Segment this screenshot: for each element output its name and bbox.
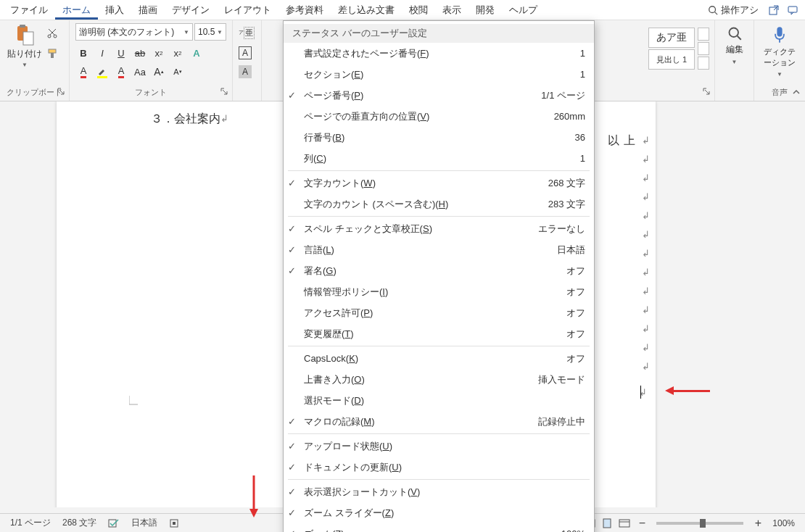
- tell-me-search[interactable]: 操作アシ: [702, 4, 764, 17]
- context-item[interactable]: ✓ドキュメントの更新(U): [284, 457, 594, 478]
- menu-レイアウト[interactable]: レイアウト: [217, 1, 278, 20]
- context-item[interactable]: 文字のカウント (スペース含む)(H)283 文字: [284, 194, 594, 215]
- shading-button[interactable]: A: [239, 65, 252, 78]
- bold-button[interactable]: B: [75, 45, 91, 61]
- menu-挿入[interactable]: 挿入: [98, 1, 131, 20]
- zoom-slider[interactable]: [656, 522, 743, 525]
- context-item[interactable]: ✓表示選択ショートカット(V): [284, 481, 594, 502]
- cut-button[interactable]: [46, 28, 58, 39]
- view-print-layout[interactable]: [598, 516, 616, 531]
- check-icon: ✓: [288, 507, 296, 518]
- menu-ファイル[interactable]: ファイル: [3, 1, 55, 20]
- shrink-font-button[interactable]: A▾: [170, 64, 186, 80]
- collapse-ribbon-button[interactable]: [792, 88, 801, 96]
- paragraph-mark-icon: ↲: [642, 304, 650, 315]
- menu-デザイン[interactable]: デザイン: [165, 1, 217, 20]
- context-item-value: 挿入モード: [538, 373, 585, 386]
- view-web-layout[interactable]: [616, 516, 633, 531]
- context-item[interactable]: 行番号(B)36: [284, 127, 594, 148]
- context-item[interactable]: 列(C)1: [284, 148, 594, 169]
- status-page[interactable]: 1/1 ページ: [4, 517, 57, 529]
- highlight-button[interactable]: [94, 64, 110, 80]
- context-item[interactable]: ✓ズーム スライダー(Z): [284, 502, 594, 523]
- grow-font-button[interactable]: A▴: [151, 64, 167, 80]
- paragraph-mark-icon: ↲: [642, 191, 650, 202]
- comments-button[interactable]: [783, 1, 802, 19]
- svg-point-7: [48, 35, 51, 38]
- zoom-in-button[interactable]: +: [749, 516, 767, 531]
- clipboard-launcher[interactable]: [57, 88, 66, 96]
- menu-校閲[interactable]: 校閲: [402, 1, 435, 20]
- context-item[interactable]: アクセス許可(P)オフ: [284, 302, 594, 323]
- menu-開発[interactable]: 開発: [468, 1, 502, 20]
- superscript-button[interactable]: x2: [170, 45, 186, 61]
- paste-button[interactable]: 貼り付け ▼: [6, 23, 44, 68]
- context-item-label: 書式設定されたページ番号(F): [304, 47, 580, 60]
- context-item[interactable]: セクション(E)1: [284, 64, 594, 85]
- italic-button[interactable]: I: [94, 45, 110, 61]
- context-item[interactable]: CapsLock(K)オフ: [284, 348, 594, 369]
- paragraph-mark-icon: ↲: [642, 248, 650, 259]
- strikethrough-button[interactable]: ab: [132, 45, 148, 61]
- underline-button[interactable]: U: [113, 45, 129, 61]
- font-color-button[interactable]: A: [75, 64, 91, 80]
- styles-down[interactable]: [698, 42, 709, 55]
- character-border-button[interactable]: A: [239, 46, 252, 59]
- status-zoom[interactable]: 100%: [767, 518, 801, 528]
- context-item-value: 36: [575, 132, 585, 143]
- zoom-out-button[interactable]: −: [633, 516, 651, 531]
- menu-差し込み文書[interactable]: 差し込み文書: [331, 1, 402, 20]
- style-heading1[interactable]: 見出し 1: [648, 49, 695, 70]
- context-item[interactable]: ✓言語(L)日本語: [284, 239, 594, 260]
- styles-up[interactable]: [698, 28, 709, 41]
- statusbar-context-menu: ステータス バーのユーザー設定 書式設定されたページ番号(F)1セクション(E)…: [283, 20, 595, 532]
- format-painter-button[interactable]: [46, 48, 58, 59]
- phonetic-guide-button[interactable]: ア 亜: [239, 25, 255, 41]
- context-item-label: アップロード状態(U): [304, 440, 585, 453]
- subscript-button[interactable]: x2: [151, 45, 167, 61]
- menu-ヘルプ[interactable]: ヘルプ: [502, 1, 545, 20]
- styles-launcher[interactable]: [703, 88, 711, 96]
- check-icon: ✓: [288, 265, 296, 276]
- svg-point-0: [709, 6, 716, 12]
- context-item-value: 1/1 ページ: [541, 89, 585, 102]
- paragraph-mark-icon: ↲: [642, 267, 650, 278]
- context-item[interactable]: ✓署名(G)オフ: [284, 260, 594, 281]
- context-item-value: オフ: [566, 307, 585, 320]
- paragraph-mark-icon: ↲: [642, 135, 650, 146]
- menu-参考資料[interactable]: 参考資料: [278, 1, 331, 20]
- context-item[interactable]: ページでの垂直方向の位置(V)260mm: [284, 106, 594, 127]
- context-item[interactable]: 上書き入力(O)挿入モード: [284, 369, 594, 390]
- editing-group[interactable]: 編集 ▼: [715, 20, 754, 101]
- context-item[interactable]: ✓マクロの記録(M)記録停止中: [284, 411, 594, 432]
- context-item[interactable]: 選択モード(D): [284, 390, 594, 411]
- context-item[interactable]: ✓文字カウント(W)268 文字: [284, 173, 594, 194]
- context-item[interactable]: ✓ページ番号(P)1/1 ページ: [284, 85, 594, 106]
- context-divider: [288, 170, 590, 171]
- context-item[interactable]: ✓ズーム(Z)100%: [284, 523, 594, 532]
- menu-ホーム[interactable]: ホーム: [55, 1, 98, 20]
- styles-more[interactable]: [698, 57, 709, 70]
- share-button[interactable]: [764, 1, 783, 19]
- font-size-combo[interactable]: 10.5▼: [194, 23, 226, 41]
- context-item[interactable]: 書式設定されたページ番号(F)1: [284, 43, 594, 64]
- status-language[interactable]: 日本語: [125, 517, 163, 529]
- context-item[interactable]: 変更履歴(T)オフ: [284, 323, 594, 344]
- context-item[interactable]: ✓アップロード状態(U): [284, 436, 594, 457]
- status-macro-icon[interactable]: [163, 518, 185, 528]
- font-launcher[interactable]: [220, 88, 229, 96]
- text-effects-button[interactable]: A: [189, 45, 205, 61]
- context-item[interactable]: 情報管理ポリシー(I)オフ: [284, 281, 594, 302]
- change-case-button[interactable]: Aa: [132, 64, 148, 80]
- context-item-value: 268 文字: [548, 177, 585, 190]
- context-item[interactable]: ✓スペル チェックと文章校正(S)エラーなし: [284, 218, 594, 239]
- tell-me-label: 操作アシ: [721, 4, 759, 17]
- menu-表示[interactable]: 表示: [435, 1, 468, 20]
- font-name-combo[interactable]: 游明朝 (本文のフォント)▼: [75, 23, 193, 41]
- status-proofing-icon[interactable]: [102, 518, 125, 528]
- style-normal[interactable]: あア亜: [648, 28, 695, 48]
- font-fill-button[interactable]: A: [113, 64, 129, 80]
- menu-描画[interactable]: 描画: [131, 1, 165, 20]
- svg-rect-11: [49, 49, 56, 53]
- status-word-count[interactable]: 268 文字: [57, 517, 102, 529]
